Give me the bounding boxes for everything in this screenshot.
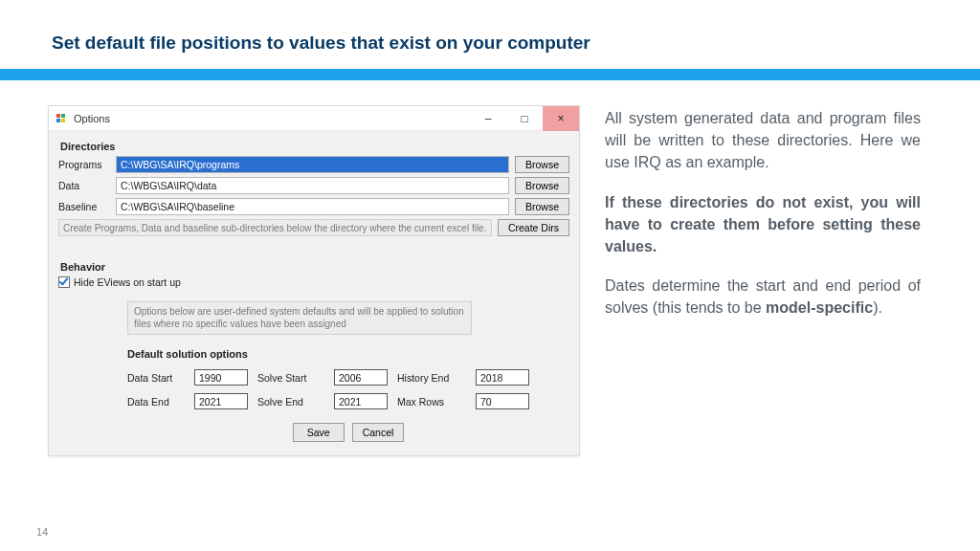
programs-label: Programs xyxy=(58,159,110,170)
programs-input[interactable]: C:\WBG\SA\IRQ\programs xyxy=(116,156,509,173)
close-button[interactable]: × xyxy=(543,106,579,131)
solve-start-input[interactable]: 2006 xyxy=(334,369,388,386)
max-rows-label: Max Rows xyxy=(397,396,466,408)
cancel-button[interactable]: Cancel xyxy=(352,423,405,442)
save-button[interactable]: Save xyxy=(293,423,345,442)
paragraph-1: All system generated data and program fi… xyxy=(605,107,921,174)
data-start-input[interactable]: 1990 xyxy=(194,369,248,386)
svg-rect-2 xyxy=(56,119,60,122)
baseline-browse-button[interactable]: Browse xyxy=(515,198,569,215)
hide-eviews-row[interactable]: Hide EViews on start up xyxy=(58,276,569,288)
titlebar: Options – □ × xyxy=(49,106,579,131)
window-control-buttons: – □ × xyxy=(470,106,579,131)
divider-bar xyxy=(0,69,980,80)
create-dirs-row: Create Programs, Data and baseline sub-d… xyxy=(58,219,569,236)
minimize-button[interactable]: – xyxy=(470,106,506,131)
history-end-input[interactable]: 2018 xyxy=(476,369,529,386)
paragraph-2: If these directories do not exist, you w… xyxy=(605,191,921,258)
svg-rect-0 xyxy=(56,114,60,118)
create-dirs-button[interactable]: Create Dirs xyxy=(498,219,569,236)
data-input[interactable]: C:\WBG\SA\IRQ\data xyxy=(116,177,509,194)
window-title: Options xyxy=(74,113,470,124)
max-rows-input[interactable]: 70 xyxy=(476,393,529,409)
baseline-label: Baseline xyxy=(58,201,110,212)
svg-rect-1 xyxy=(61,114,65,118)
programs-browse-button[interactable]: Browse xyxy=(515,156,569,173)
hide-eviews-checkbox[interactable] xyxy=(58,276,70,288)
data-end-label: Data End xyxy=(127,396,185,408)
default-solution-options: Default solution options Data Start 1990… xyxy=(127,348,569,446)
programs-row: Programs C:\WBG\SA\IRQ\programs Browse xyxy=(58,156,569,173)
svg-rect-3 xyxy=(61,119,65,122)
app-icon xyxy=(55,112,68,125)
create-dirs-hint: Create Programs, Data and baseline sub-d… xyxy=(58,219,492,236)
window-body: Directories Programs C:\WBG\SA\IRQ\progr… xyxy=(49,131,579,455)
defaults-note: Options below are user-defined system de… xyxy=(127,301,472,335)
solve-start-label: Solve Start xyxy=(257,372,324,384)
behavior-section: Behavior Hide EViews on start up Options… xyxy=(58,261,569,446)
defaults-grid: Data Start 1990 Solve Start 2006 History… xyxy=(127,369,569,409)
defaults-header: Default solution options xyxy=(127,348,569,360)
page-number: 14 xyxy=(36,526,48,538)
paragraph-3: Dates determine the start and end period… xyxy=(605,275,921,319)
slide-title: Set default file positions to values tha… xyxy=(0,0,980,54)
save-cancel-row: Save Cancel xyxy=(127,423,569,442)
data-row: Data C:\WBG\SA\IRQ\data Browse xyxy=(58,177,569,194)
data-start-label: Data Start xyxy=(127,372,185,384)
behavior-header: Behavior xyxy=(60,261,569,273)
data-end-input[interactable]: 2021 xyxy=(194,393,248,409)
hide-eviews-label: Hide EViews on start up xyxy=(74,276,181,288)
solve-end-input[interactable]: 2021 xyxy=(334,393,388,409)
options-window: Options – □ × Directories Programs C:\WB… xyxy=(48,105,580,456)
solve-end-label: Solve End xyxy=(257,396,324,408)
explanatory-text: All system generated data and program fi… xyxy=(605,105,921,456)
baseline-input[interactable]: C:\WBG\SA\IRQ\baseline xyxy=(116,198,509,215)
maximize-button[interactable]: □ xyxy=(506,106,543,131)
data-label: Data xyxy=(58,180,110,191)
data-browse-button[interactable]: Browse xyxy=(515,177,569,194)
content-row: Options – □ × Directories Programs C:\WB… xyxy=(0,80,980,456)
directories-header: Directories xyxy=(60,141,569,152)
history-end-label: History End xyxy=(397,372,466,384)
baseline-row: Baseline C:\WBG\SA\IRQ\baseline Browse xyxy=(58,198,569,215)
